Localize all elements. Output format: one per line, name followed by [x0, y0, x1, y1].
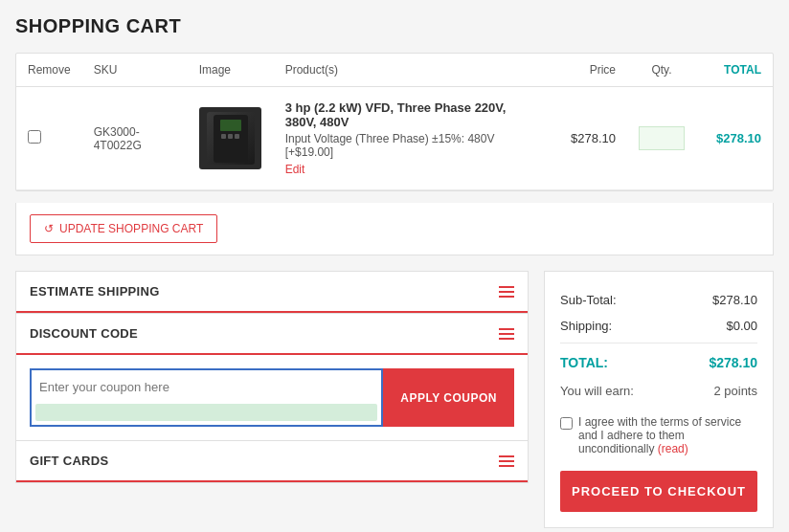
- terms-row: I agree with the terms of service and I …: [560, 415, 757, 455]
- terms-text: I agree with the terms of service and I …: [578, 415, 757, 455]
- qty-input[interactable]: 1: [639, 126, 685, 150]
- col-price: Price: [541, 54, 627, 87]
- coupon-wrapper: APPLY COUPON: [30, 368, 514, 427]
- subtotal-row: Sub-Total: $278.10: [560, 287, 757, 313]
- shipping-value: $0.00: [726, 319, 757, 333]
- bottom-section: ESTIMATE SHIPPING DISCOUNT CODE: [15, 271, 774, 528]
- refresh-icon: ↺: [44, 222, 54, 235]
- estimate-shipping-label: ESTIMATE SHIPPING: [30, 284, 160, 299]
- points-label: You will earn:: [560, 384, 634, 398]
- col-remove: Remove: [16, 54, 82, 87]
- total-row: TOTAL: $278.10: [560, 347, 757, 378]
- terms-read-link[interactable]: (read): [658, 442, 688, 455]
- update-btn-wrapper: ↺ UPDATE SHOPPING CART: [15, 203, 774, 255]
- hamburger-icon: [499, 286, 514, 298]
- sku-cell: GK3000-4T0022G: [82, 87, 188, 190]
- gift-cards-header[interactable]: GIFT CARDS: [16, 441, 528, 482]
- price-cell: $278.10: [541, 87, 627, 190]
- points-value: 2 points: [713, 384, 757, 398]
- remove-checkbox-cell[interactable]: [16, 87, 82, 190]
- gift-cards-section: GIFT CARDS: [15, 440, 529, 483]
- col-sku: SKU: [82, 54, 188, 87]
- gift-cards-label: GIFT CARDS: [30, 454, 108, 468]
- total-value: $278.10: [709, 355, 757, 370]
- points-row: You will earn: 2 points: [560, 378, 757, 404]
- apply-coupon-button[interactable]: APPLY COUPON: [383, 368, 514, 427]
- subtotal-value: $278.10: [712, 293, 757, 307]
- update-cart-label: UPDATE SHOPPING CART: [59, 222, 203, 235]
- table-row: GK3000-4T0022G: [16, 87, 773, 190]
- checkout-button[interactable]: PROCEED TO CHECKOUT: [560, 471, 757, 512]
- discount-code-body: APPLY COUPON: [16, 355, 528, 440]
- col-total: TOTAL: [696, 54, 773, 87]
- product-options: Input Voltage (Three Phase) ±15%: 480V […: [285, 132, 530, 159]
- product-name: 3 hp (2.2 kW) VFD, Three Phase 220V, 380…: [285, 100, 530, 129]
- cart-table-wrapper: Remove SKU Image Product(s) Price Qty. T…: [15, 53, 774, 191]
- update-cart-button[interactable]: ↺ UPDATE SHOPPING CART: [30, 214, 217, 243]
- col-image: Image: [188, 54, 274, 87]
- coupon-green-bar: [35, 404, 377, 421]
- gift-hamburger-icon: [499, 455, 514, 467]
- discount-code-section: DISCOUNT CODE APPLY COUPON: [15, 313, 529, 441]
- subtotal-label: Sub-Total:: [560, 293, 617, 307]
- product-cell: 3 hp (2.2 kW) VFD, Three Phase 220V, 380…: [274, 87, 541, 190]
- coupon-input[interactable]: [35, 374, 377, 400]
- terms-checkbox[interactable]: [560, 417, 573, 430]
- coupon-input-wrap: [30, 368, 383, 427]
- summary-divider: [560, 343, 757, 344]
- page-title: SHOPPING CART: [15, 15, 774, 37]
- discount-code-label: DISCOUNT CODE: [30, 326, 138, 341]
- edit-link[interactable]: Edit: [285, 163, 305, 176]
- estimate-shipping-section: ESTIMATE SHIPPING: [15, 271, 529, 314]
- estimate-shipping-header[interactable]: ESTIMATE SHIPPING: [16, 272, 528, 313]
- image-cell: [188, 87, 274, 190]
- discount-code-header[interactable]: DISCOUNT CODE: [16, 314, 528, 355]
- total-cell: $278.10: [696, 87, 773, 190]
- shipping-label: Shipping:: [560, 319, 612, 333]
- total-label: TOTAL:: [560, 355, 608, 370]
- qty-cell[interactable]: 1: [627, 87, 696, 190]
- remove-checkbox[interactable]: [28, 130, 41, 144]
- discount-hamburger-icon: [499, 328, 514, 340]
- col-qty: Qty.: [627, 54, 696, 87]
- right-column: Sub-Total: $278.10 Shipping: $0.00 TOTAL…: [544, 271, 774, 528]
- product-image: [199, 107, 261, 169]
- shipping-row: Shipping: $0.00: [560, 313, 757, 339]
- left-column: ESTIMATE SHIPPING DISCOUNT CODE: [15, 271, 529, 528]
- cart-table: Remove SKU Image Product(s) Price Qty. T…: [16, 54, 773, 190]
- col-product: Product(s): [274, 54, 541, 87]
